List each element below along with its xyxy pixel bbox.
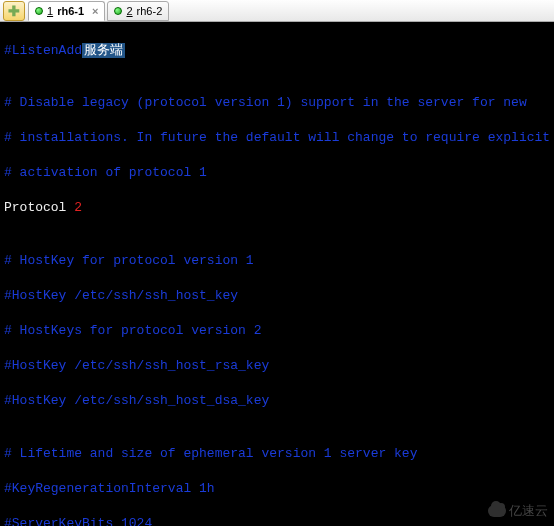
status-dot-icon <box>114 7 122 15</box>
config-line: # HostKey for protocol version 1 <box>4 252 550 270</box>
config-line: #ListenAdd <box>4 43 82 58</box>
config-protocol-key: Protocol <box>4 200 74 215</box>
config-line: # HostKeys for protocol version 2 <box>4 322 550 340</box>
annotation-server-side: 服务端 <box>82 43 125 58</box>
watermark-text: 亿速云 <box>509 502 548 520</box>
config-line: # Lifetime and size of ephemeral version… <box>4 445 550 463</box>
config-line: #HostKey /etc/ssh/ssh_host_dsa_key <box>4 392 550 410</box>
tab-rh6-1[interactable]: 1 rh6-1 × <box>28 1 105 21</box>
tab-rh6-2[interactable]: 2 rh6-2 <box>107 1 169 21</box>
config-line: #HostKey /etc/ssh/ssh_host_rsa_key <box>4 357 550 375</box>
tab-index: 2 <box>126 5 132 17</box>
tab-bar: ✚ 1 rh6-1 × 2 rh6-2 <box>0 0 554 22</box>
plus-icon: ✚ <box>8 4 20 18</box>
config-line: # installations. In future the default w… <box>4 129 550 147</box>
config-line: # activation of protocol 1 <box>4 164 550 182</box>
config-protocol-value: 2 <box>74 200 82 215</box>
status-dot-icon <box>35 7 43 15</box>
config-line: #HostKey /etc/ssh/ssh_host_key <box>4 287 550 305</box>
cloud-icon <box>488 505 506 517</box>
config-line: #KeyRegenerationInterval 1h <box>4 480 550 498</box>
terminal-output[interactable]: #ListenAdd服务端 # Disable legacy (protocol… <box>0 22 554 526</box>
config-line: #ServerKeyBits 1024 <box>4 515 550 526</box>
tab-label: rh6-2 <box>137 5 163 17</box>
watermark-logo: 亿速云 <box>488 502 548 520</box>
tab-index: 1 <box>47 5 53 17</box>
add-tab-button[interactable]: ✚ <box>3 1 25 21</box>
tab-label: rh6-1 <box>57 5 84 17</box>
close-icon[interactable]: × <box>92 5 98 17</box>
config-line: # Disable legacy (protocol version 1) su… <box>4 94 550 112</box>
